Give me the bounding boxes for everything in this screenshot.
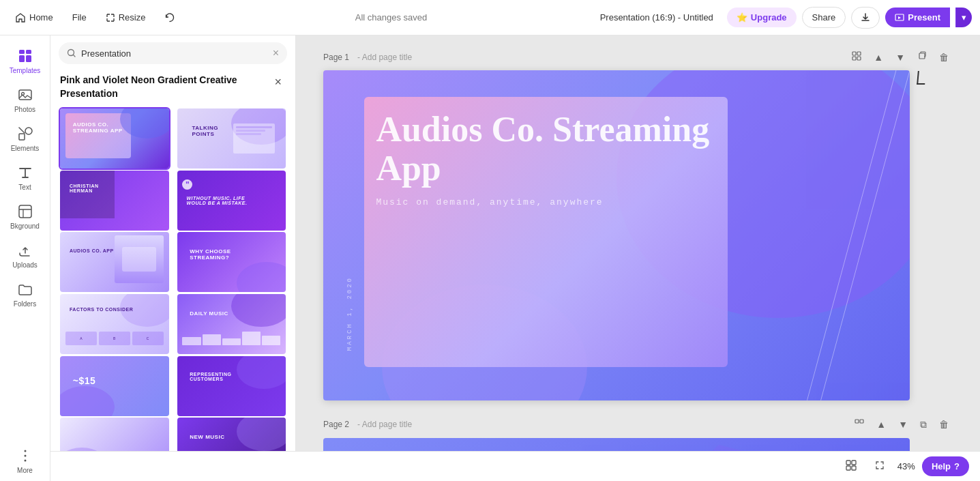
text-icon <box>17 164 33 181</box>
page2-move-down-button[interactable]: ▼ <box>894 417 912 432</box>
sidebar-item-photos[interactable]: Photos <box>2 81 48 119</box>
template-thumb-5[interactable]: AUDIOS CO. APP <box>59 231 170 293</box>
duplicate-page-button[interactable] <box>913 49 931 65</box>
page2-grid-view-button[interactable] <box>850 417 868 433</box>
page-2-add-title[interactable]: - Add page title <box>357 420 412 429</box>
present-icon <box>895 13 904 23</box>
svg-point-11 <box>24 455 26 457</box>
file-button[interactable]: File <box>65 8 93 27</box>
undo-button[interactable] <box>158 8 182 27</box>
page-1-add-title[interactable]: - Add page title <box>357 53 412 62</box>
sidebar-item-text[interactable]: Text <box>2 159 48 196</box>
template-thumb-4[interactable]: " Without music, lifewould be a mistake. <box>176 169 288 232</box>
help-label: Help <box>932 461 951 471</box>
help-button[interactable]: Help ? <box>922 456 969 476</box>
page2-duplicate-button[interactable]: ⧉ <box>916 417 931 433</box>
slide-1-canvas[interactable]: Audios Co. Streaming App Music on demand… <box>323 70 910 400</box>
template-thumb-7[interactable]: FACTORS TO CONSIDER A B C <box>59 293 170 355</box>
sidebar-item-uploads[interactable]: Uploads <box>2 237 48 274</box>
svg-rect-25 <box>846 466 850 470</box>
svg-line-20 <box>821 70 910 400</box>
slide-main-title: Audios Co. Streaming App <box>376 110 757 188</box>
nav-right-buttons: ⭐ Upgrade Share Present ▾ <box>727 7 972 29</box>
top-navigation: Home File Resize All changes saved Prese… <box>0 0 980 35</box>
template-thumb-10[interactable]: REPRESENTINGCUSTOMERS <box>176 355 288 418</box>
template-thumb-6[interactable]: WHY CHOOSESTREAMING? <box>176 231 288 293</box>
templates-grid: Audios Co.Streaming App TALKINGPOINTS <box>50 107 295 481</box>
folders-label: Folders <box>14 300 36 308</box>
background-icon <box>17 203 33 220</box>
canvas-area[interactable]: Page 1 - Add page title ▲ ▼ <box>296 35 980 481</box>
panel-close-button[interactable]: × <box>270 74 286 91</box>
elements-label: Elements <box>11 145 40 152</box>
document-title: Presentation (16:9) - Untitled <box>600 12 713 23</box>
search-input-wrap: × <box>59 42 287 64</box>
search-icon <box>67 48 76 58</box>
present-button[interactable]: Present <box>885 8 950 27</box>
home-button[interactable]: Home <box>8 8 60 27</box>
share-button[interactable]: Share <box>802 7 846 28</box>
panel-title: Pink and Violet Neon Gradient Creative P… <box>60 74 251 100</box>
page-2-number: Page 2 <box>323 420 349 429</box>
duplicate-icon <box>917 51 927 61</box>
zoom-level: 43% <box>897 461 915 471</box>
svg-rect-4 <box>26 55 31 62</box>
slide-subtitle: Music on demand, anytime, anywhere <box>376 197 757 207</box>
page-2-controls: ▲ ▼ ⧉ 🗑 <box>850 417 953 433</box>
svg-rect-1 <box>19 50 25 54</box>
more-icon <box>17 448 33 464</box>
page-1-section: Page 1 - Add page title ▲ ▼ <box>323 49 953 400</box>
page2-move-up-button[interactable]: ▲ <box>872 417 890 432</box>
template-thumb-3[interactable]: CHRISTIANHERMAN <box>59 169 170 232</box>
bottom-bar: 43% Help ? <box>50 451 980 481</box>
sidebar-item-more[interactable]: More <box>2 442 48 480</box>
resize-button[interactable]: Resize <box>99 8 153 27</box>
svg-rect-15 <box>857 52 861 55</box>
templates-icon <box>17 48 33 64</box>
grid-view-button[interactable] <box>848 49 865 65</box>
grid-view-icon <box>852 51 861 61</box>
elements-icon <box>17 126 33 142</box>
page-1-controls: ▲ ▼ 🗑 <box>848 49 953 65</box>
background-label: Bkground <box>10 222 40 230</box>
undo-icon <box>164 12 175 23</box>
svg-rect-17 <box>857 57 861 60</box>
move-down-button[interactable]: ▼ <box>891 50 909 65</box>
svg-point-12 <box>24 460 26 462</box>
slide-date-vertical: MARCH 1, 2020 <box>346 276 353 351</box>
svg-rect-14 <box>852 52 856 55</box>
upgrade-button[interactable]: ⭐ Upgrade <box>727 8 797 27</box>
delete-page-button[interactable]: 🗑 <box>935 50 953 65</box>
sidebar-item-background[interactable]: Bkground <box>2 198 48 235</box>
page-2-label: Page 2 - Add page title ▲ ▼ ⧉ 🗑 <box>323 417 953 433</box>
template-thumb-1[interactable]: Audios Co.Streaming App <box>59 107 170 170</box>
move-up-button[interactable]: ▲ <box>870 50 887 65</box>
template-thumb-2[interactable]: TALKINGPOINTS <box>176 107 288 170</box>
expand-button[interactable] <box>869 457 891 476</box>
sidebar-item-elements[interactable]: Elements <box>2 120 48 158</box>
help-icon: ? <box>954 461 960 471</box>
svg-line-19 <box>807 70 896 400</box>
page2-delete-button[interactable]: 🗑 <box>935 417 953 432</box>
more-label: More <box>17 467 33 474</box>
panel-header: Pink and Violet Neon Gradient Creative P… <box>50 71 295 107</box>
svg-rect-3 <box>19 55 25 62</box>
svg-point-8 <box>25 128 32 134</box>
search-input[interactable] <box>81 48 268 59</box>
svg-rect-18 <box>919 53 925 59</box>
photos-label: Photos <box>14 106 35 113</box>
present-dropdown-button[interactable]: ▾ <box>955 8 972 27</box>
svg-rect-24 <box>852 461 856 465</box>
expand-icon <box>874 460 885 471</box>
sidebar-item-templates[interactable]: Templates <box>2 42 48 80</box>
search-clear-button[interactable]: × <box>273 47 279 59</box>
sidebar-item-folders[interactable]: Folders <box>2 276 48 313</box>
main-area: Templates Photos Elements Text <box>0 35 980 481</box>
template-thumb-9[interactable]: ~$15 <box>59 355 170 418</box>
page2-grid-icon <box>855 419 864 428</box>
download-button[interactable] <box>851 7 880 29</box>
uploads-icon <box>17 242 33 259</box>
template-thumb-8[interactable]: DAILY MUSIC <box>176 293 288 355</box>
grid-layout-button[interactable] <box>840 457 862 476</box>
svg-rect-16 <box>852 57 856 60</box>
